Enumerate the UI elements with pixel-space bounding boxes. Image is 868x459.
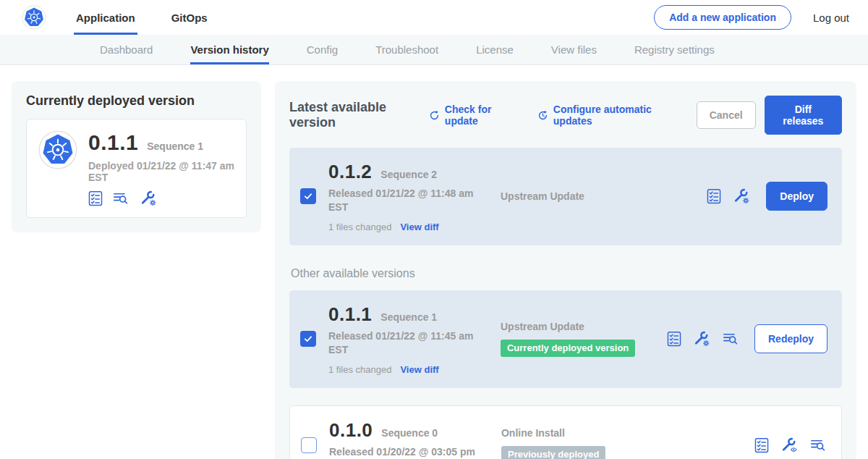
top-nav-right: Add a new application Log out <box>654 0 849 35</box>
deploy-logs-icon[interactable] <box>112 190 129 206</box>
preflight-checks-icon[interactable] <box>707 188 721 204</box>
version-checkbox[interactable] <box>301 437 317 453</box>
source-label: Upstream Update <box>501 321 667 332</box>
version-number: 0.1.1 <box>328 303 372 326</box>
configure-auto-updates-label: Configure automatic updates <box>553 104 676 127</box>
kubernetes-app-icon <box>38 130 77 206</box>
tab-view-files[interactable]: View files <box>551 35 597 64</box>
diff-releases-button[interactable]: Diff releases <box>765 96 842 135</box>
configure-auto-updates-link[interactable]: Configure automatic updates <box>537 104 676 127</box>
version-row: 0.1.0Sequence 0Released 01/20/22 @ 03:05… <box>289 405 842 459</box>
source-label: Online Install <box>501 427 668 439</box>
latest-version-header: Latest available version Check for updat… <box>289 96 842 135</box>
config-view-icon[interactable] <box>780 437 799 453</box>
deploy-logs-icon[interactable] <box>722 331 739 347</box>
refresh-icon <box>429 109 440 122</box>
version-actions: Deploy <box>707 182 827 211</box>
deploy-button[interactable]: Deploy <box>766 182 827 211</box>
tab-version-history[interactable]: Version history <box>190 35 268 64</box>
tab-troubleshoot[interactable]: Troubleshoot <box>375 35 438 64</box>
files-changed-label: 1 files changed <box>328 222 391 232</box>
status-badge: Currently deployed version <box>501 340 635 357</box>
other-versions-title: Other available versions <box>291 267 842 280</box>
source-label: Upstream Update <box>501 190 667 202</box>
main-content: Currently deployed version 0.1.1 Sequenc… <box>0 65 868 459</box>
config-icon[interactable] <box>139 190 158 206</box>
redeploy-button[interactable]: Redeploy <box>754 324 827 353</box>
preflight-checks-icon[interactable] <box>88 190 103 206</box>
version-source: Online InstallPreviously deployed <box>501 427 668 459</box>
version-checkbox[interactable] <box>300 188 316 204</box>
latest-available-title: Latest available version <box>289 100 419 130</box>
version-actions <box>754 437 827 453</box>
sequence-label: Sequence 1 <box>380 311 437 323</box>
version-actions: Redeploy <box>667 324 827 353</box>
deployed-sequence-label: Sequence 1 <box>147 140 203 152</box>
currently-deployed-title: Currently deployed version <box>26 93 247 109</box>
check-for-update-label: Check for update <box>445 104 517 127</box>
sequence-label: Sequence 0 <box>381 427 438 439</box>
deployed-version-actions <box>88 190 234 206</box>
top-nav: ApplicationGitOps Add a new application … <box>0 0 868 35</box>
tab-license[interactable]: License <box>476 35 514 64</box>
tab-registry-settings[interactable]: Registry settings <box>634 35 715 64</box>
version-history-panel: Latest available version Check for updat… <box>275 81 856 459</box>
tab-config[interactable]: Config <box>307 35 338 64</box>
released-timestamp: Released 01/20/22 @ 03:05 pm EST <box>329 445 482 459</box>
released-timestamp: Released 01/21/22 @ 11:45 am EST <box>328 329 482 357</box>
config-icon[interactable] <box>692 331 711 347</box>
status-badge: Previously deployed <box>501 446 605 459</box>
deployed-version-number: 0.1.1 <box>88 130 138 155</box>
files-changed-label: 1 files changed <box>328 364 391 375</box>
currently-deployed-panel: Currently deployed version 0.1.1 Sequenc… <box>12 81 261 232</box>
top-tab-gitops[interactable]: GitOps <box>169 0 210 35</box>
version-number: 0.1.2 <box>328 161 372 183</box>
version-source: Upstream Update <box>501 190 667 202</box>
app-sub-nav: DashboardVersion historyConfigTroublesho… <box>0 35 868 65</box>
checkmark-icon <box>303 191 313 201</box>
deployed-version-card: 0.1.1 Sequence 1 Deployed 01/21/22 @ 11:… <box>26 119 247 218</box>
sequence-label: Sequence 2 <box>380 169 437 180</box>
preflight-checks-icon[interactable] <box>667 331 681 347</box>
view-diff-link[interactable]: View diff <box>400 364 438 375</box>
version-row: 0.1.1Sequence 1Released 01/21/22 @ 11:45… <box>289 290 842 388</box>
cancel-button[interactable]: Cancel <box>697 101 756 129</box>
preflight-checks-icon[interactable] <box>754 437 769 453</box>
version-checkbox[interactable] <box>300 331 316 347</box>
kubernetes-logo <box>22 0 46 35</box>
auto-update-icon <box>537 109 548 122</box>
version-row: 0.1.2Sequence 2Released 01/21/22 @ 11:48… <box>289 148 842 245</box>
tab-dashboard[interactable]: Dashboard <box>100 35 153 64</box>
checkmark-icon <box>303 334 313 344</box>
version-info: 0.1.0Sequence 0Released 01/20/22 @ 03:05… <box>329 419 482 459</box>
add-new-application-button[interactable]: Add a new application <box>654 5 791 30</box>
top-nav-tabs: ApplicationGitOps <box>74 0 210 35</box>
released-timestamp: Released 01/21/22 @ 11:48 am EST <box>328 187 482 214</box>
version-info: 0.1.2Sequence 2Released 01/21/22 @ 11:48… <box>328 161 482 232</box>
logout-link[interactable]: Log out <box>813 12 849 24</box>
view-diff-link[interactable]: View diff <box>400 222 438 232</box>
check-for-update-link[interactable]: Check for update <box>429 104 517 127</box>
top-tab-application[interactable]: Application <box>74 0 137 35</box>
deployed-timestamp: Deployed 01/21/22 @ 11:47 am EST <box>88 160 234 183</box>
version-source: Upstream UpdateCurrently deployed versio… <box>501 321 667 357</box>
deploy-logs-icon[interactable] <box>809 437 827 453</box>
config-icon[interactable] <box>732 188 751 204</box>
version-number: 0.1.0 <box>329 419 373 442</box>
version-info: 0.1.1Sequence 1Released 01/21/22 @ 11:45… <box>328 303 482 375</box>
